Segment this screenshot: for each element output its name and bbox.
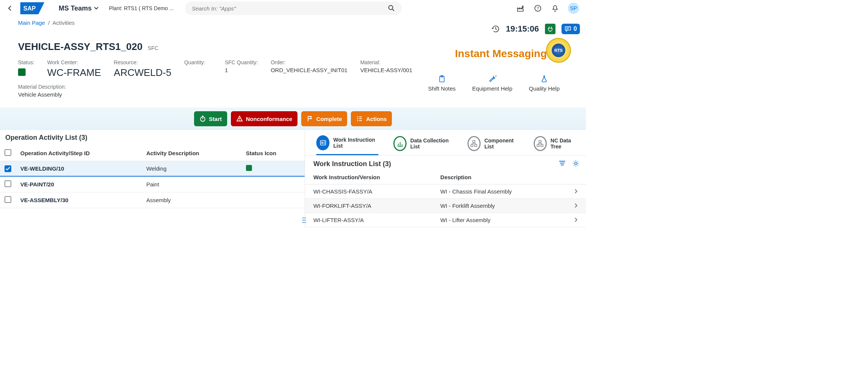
field-sfc-quantity: SFC Quantity: 1 (225, 59, 258, 79)
select-all-checkbox[interactable] (5, 149, 11, 156)
tab-nc-data-tree[interactable]: NC Data Tree (534, 134, 578, 155)
sap-logo[interactable]: SAP (20, 2, 44, 14)
svg-rect-28 (475, 145, 477, 147)
row-checkbox[interactable] (5, 180, 11, 187)
table-row[interactable]: WI-CHASSIS-FASSY/A WI - Chassis Final As… (305, 184, 586, 199)
timer-icon (199, 115, 206, 122)
clock-time: 19:15:06 (506, 24, 539, 34)
col-wi-version: Work Instruction/Version (305, 170, 432, 184)
actions-button[interactable]: Actions (351, 111, 392, 126)
app-switcher[interactable]: MS Teams (59, 5, 99, 12)
col-wi-desc: Description (432, 170, 566, 184)
page-title: VEHICLE-ASSY_RTS1_020 (18, 41, 143, 53)
svg-point-10 (357, 116, 358, 118)
search-icon[interactable] (388, 5, 395, 12)
field-resource: Resource: ARCWELD-5 (114, 59, 171, 79)
table-row[interactable]: WI-LIFTER-ASSY/A WI - Lifter Assembly (305, 213, 586, 227)
step-id: VE-PAINT/20 (20, 181, 54, 188)
svg-point-11 (357, 118, 358, 119)
flask-icon (540, 75, 548, 83)
svg-point-16 (303, 218, 304, 219)
clipboard-icon (438, 75, 446, 83)
back-button[interactable] (5, 3, 15, 14)
hierarchy-icon (467, 136, 481, 151)
complete-button[interactable]: Complete (301, 111, 347, 126)
row-checkbox[interactable] (5, 165, 11, 172)
detail-right-overlay: Instant Messaging RTS Shift Notes + Equi… (428, 34, 571, 92)
chevron-right-icon[interactable] (566, 184, 586, 199)
wi-version: WI-FORKLIFT-ASSY/A (305, 199, 432, 213)
app-name: MS Teams (59, 5, 92, 12)
tab-data-collection[interactable]: Data Collection List (393, 134, 452, 155)
plugin-status-badge[interactable] (545, 24, 555, 34)
table-row[interactable]: VE-WELDING/10 Welding (0, 161, 305, 177)
svg-point-21 (305, 222, 306, 223)
row-checkbox[interactable] (5, 196, 11, 203)
col-step: Operation Activity/Step ID (16, 145, 142, 161)
table-row[interactable]: VE-PAINT/20 Paint (0, 176, 305, 192)
step-id: VE-ASSEMBLY/30 (20, 197, 68, 203)
sfc-detail-header: VEHICLE-ASSY_RTS1_020 SFC Status: Work C… (0, 34, 586, 105)
step-desc: Paint (142, 176, 241, 192)
operation-activity-pane: Operation Activity List (3) Operation Ac… (0, 130, 305, 227)
tab-components[interactable]: Component List (467, 134, 519, 155)
filter-button[interactable] (559, 160, 566, 168)
user-avatar[interactable]: SP (568, 3, 579, 14)
instant-messaging-label: Instant Messaging (428, 48, 547, 60)
list-icon (356, 115, 363, 122)
col-status: Status Icon (241, 145, 305, 161)
operation-list-heading: Operation Activity List (3) (0, 130, 305, 145)
wrench-icon: + (488, 75, 496, 83)
step-desc: Welding (142, 161, 241, 177)
start-button[interactable]: Start (194, 111, 227, 126)
chevron-right-icon[interactable] (566, 213, 586, 227)
equipment-help-link[interactable]: + Equipment Help (472, 75, 513, 92)
table-row[interactable]: WI-FORKLIFT-ASSY/A WI - Forklift Assembl… (305, 199, 586, 213)
step-id: VE-WELDING/10 (20, 165, 64, 172)
flag-icon (307, 115, 313, 122)
comments-badge[interactable]: 0 (561, 24, 580, 34)
warning-icon (236, 115, 243, 122)
quality-help-link[interactable]: Quality Help (529, 75, 560, 92)
comments-count: 0 (574, 26, 577, 32)
svg-line-3 (392, 9, 394, 11)
field-material: Material: VEHICLE-ASSY/001 (360, 59, 412, 79)
badge-icon (316, 135, 329, 150)
settings-button[interactable] (572, 160, 579, 168)
chevron-left-icon (8, 6, 12, 11)
wi-version: WI-LIFTER-ASSY/A (305, 213, 432, 227)
split-view: Operation Activity List (3) Operation Ac… (0, 130, 586, 227)
header-actions: ? SP (516, 3, 579, 14)
wi-desc: WI - Lifter Assembly (432, 213, 566, 227)
svg-point-35 (575, 162, 577, 165)
wi-version: WI-CHASSIS-FASSY/A (305, 184, 432, 199)
tab-work-instructions[interactable]: Work Instruction List (316, 133, 378, 155)
help-icon[interactable]: ? (533, 4, 542, 13)
breadcrumb-sep: / (48, 20, 50, 26)
svg-point-2 (388, 6, 393, 10)
chevron-right-icon[interactable] (566, 199, 586, 213)
plant-label: Plant: RTS1 ( RTS Demo ... (109, 5, 174, 11)
resize-handle[interactable] (302, 217, 306, 224)
global-search[interactable] (185, 2, 402, 15)
svg-text:+: + (495, 75, 496, 78)
field-work-center: Work Center: WC-FRAME (47, 59, 101, 79)
gear-icon (572, 160, 579, 167)
svg-text:SAP: SAP (23, 5, 36, 12)
history-icon[interactable] (492, 25, 500, 33)
step-desc: Assembly (142, 192, 241, 208)
action-bar: Start Nonconformance Complete Actions (0, 107, 586, 130)
status-icon (246, 165, 252, 171)
search-input[interactable] (192, 5, 380, 12)
nonconformance-button[interactable]: Nonconformance (231, 111, 297, 126)
breadcrumb-main[interactable]: Main Page (18, 20, 45, 26)
top-tools: 19:15:06 0 (0, 24, 586, 34)
status-indicator (18, 68, 26, 76)
factory-icon[interactable] (516, 4, 525, 13)
table-row[interactable]: VE-ASSEMBLY/30 Assembly (0, 192, 305, 208)
bell-icon[interactable] (551, 4, 560, 13)
wi-desc: WI - Chassis Final Assembly (432, 184, 566, 199)
shift-notes-link[interactable]: Shift Notes (428, 75, 455, 92)
app-header: SAP MS Teams Plant: RTS1 ( RTS Demo ... … (0, 0, 586, 17)
svg-point-12 (357, 120, 358, 121)
